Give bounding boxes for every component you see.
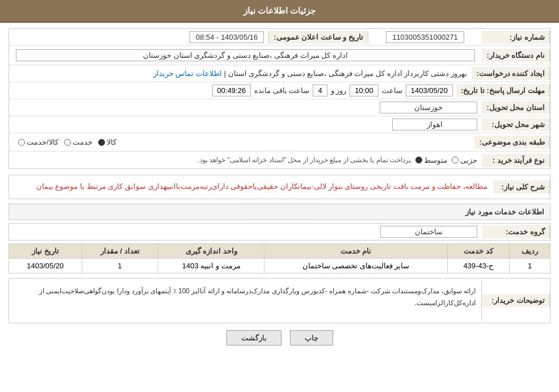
city-box: اهواز [392,119,477,130]
process-motavaset-item[interactable]: متوسط [415,156,447,165]
deadline-time-box: 10:00 [350,85,379,96]
back-button[interactable]: بازگشت [226,330,281,345]
category-khedmat-radio[interactable] [64,139,71,146]
cell-unit: مرمت و انبیه 1403 [158,258,264,273]
services-table-header: ردیف کد خدمت نام خدمت واحد اندازه گیری ت… [9,243,550,258]
creator-text: بهروز دشتی کاربرداز اداره کل میراث فرهنگ… [224,69,468,78]
deadline-days-box: 4 [313,85,327,96]
service-group-value: ساختمان [9,224,482,240]
creator-row: ایجاد کننده درخواست: بهروز دشتی کاربرداز… [9,65,550,82]
process-note: پرداخت تمام یا بخشی از مبلغ خریدار از مح… [198,156,411,164]
process-joozi-item[interactable]: جزیی [452,156,477,165]
category-kala-only-radio[interactable] [98,139,105,146]
description-value: مطالعه، حفاظت و مرمت بافت تاریخی روستای … [9,175,493,199]
description-label: شرح کلی نیاز: [493,180,550,193]
deadline-time-label: ساعت [382,86,402,95]
publish-date-value: 1403/05/16 - 08:54 [9,29,268,45]
buyer-notes-section: توضیحات خریدار: ارائه سوابق، مدارک‌ومستن… [9,278,550,323]
deadline-days-label: روز و [331,86,347,95]
process-motavaset-label: متوسط [424,156,447,165]
category-khedmat-item[interactable]: خدمت [64,138,93,146]
category-kala-radio[interactable] [18,139,25,146]
buyer-org-box: اداره کل میراث فرهنگی ،صنایع دستی و گردش… [16,49,475,61]
countdown-label: ساعت باقی مانده [254,86,309,95]
process-options-group: جزیی متوسط پرداخت تمام یا بخشی از مبلغ خ… [14,156,477,165]
col-unit: واحد اندازه گیری [158,243,264,258]
province-row: استان محل تحویل: خوزستان [9,99,550,116]
description-section: NET شرح کلی نیاز: مطالعه، حفاظت و مرمت ب… [9,175,550,199]
services-section-title: اطلاعات خدمات مورد نیاز [9,204,550,220]
process-joozi-label: جزیی [460,156,477,165]
category-kala-only-item[interactable]: کالا [98,138,116,146]
province-box: خوزستان [380,102,477,113]
city-row: شهر محل تحویل: اهواز [9,116,550,133]
process-joozi-radio[interactable] [452,157,459,163]
cell-date: 1403/05/20 [9,258,82,273]
publish-date-label: تاریخ و ساعت اعلان عمومی: [268,31,368,44]
col-date: تاریخ نیاز [9,243,82,258]
category-radio-group: کالا/خدمت خدمت کالا [14,136,470,149]
buyer-org-label: نام دستگاه خریدار: [482,49,550,62]
process-label: نوع فرآیند خرید : [482,154,550,167]
countdown-box: 00:49:26 [212,85,251,96]
buyer-notes-label: توضیحات خریدار: [482,294,550,307]
cell-code: ج-43-439 [447,258,509,273]
table-row: 1 ج-43-439 سایر فعالیت‌های تخصصی ساختمان… [9,258,550,273]
deadline-fields: 1403/05/20 ساعت 10:00 روز و 4 ساعت باقی … [9,83,456,98]
process-value: جزیی متوسط پرداخت تمام یا بخشی از مبلغ خ… [9,154,482,167]
buyer-notes-value: ارائه سوابق، مدارک‌ومستندات شرکت -شماره … [9,281,482,321]
city-value: اهواز [9,116,482,133]
need-number-value: 1103005351000271 [368,29,482,45]
page-wrapper: جزئیات اطلاعات نیاز شماره نیاز: 11030053… [0,0,559,392]
page-header: جزئیات اطلاعات نیاز [0,0,559,23]
footer-buttons: بازگشت چاپ [9,323,550,352]
col-code: کد خدمت [447,243,509,258]
deadline-date-box: 1403/05/20 [406,85,453,96]
category-row: طبقه بندی موضوعی: کالا/خدمت خدمت کالا [9,133,550,151]
print-button[interactable]: چاپ [290,330,333,345]
category-kala-item[interactable]: کالا/خدمت [18,138,58,146]
province-label: استان محل تحویل: [482,101,550,114]
cell-qty: 1 [82,258,158,273]
category-kala-only-label: کالا [107,138,116,146]
services-table-body: 1 ج-43-439 سایر فعالیت‌های تخصصی ساختمان… [9,258,550,273]
services-section: اطلاعات خدمات مورد نیاز گروه خدمت: ساختم… [9,204,550,273]
services-header-row: ردیف کد خدمت نام خدمت واحد اندازه گیری ت… [9,243,550,258]
publish-date-box: 1403/05/16 - 08:54 [190,31,264,43]
creator-label: ایجاد کننده درخواست: [472,67,550,80]
page-title: جزئیات اطلاعات نیاز [243,6,316,15]
need-number-box: 1103005351000271 [386,31,464,43]
creator-contact-link[interactable]: اطلاعات تماس خریدار [153,69,222,78]
content-area: شماره نیاز: 1103005351000271 تاریخ و ساع… [0,23,559,358]
service-group-row: گروه خدمت: ساختمان [9,223,550,241]
description-row: شرح کلی نیاز: مطالعه، حفاظت و مرمت بافت … [9,175,550,199]
main-info-section: شماره نیاز: 1103005351000271 تاریخ و ساع… [9,28,550,169]
service-group-box: ساختمان [380,226,477,238]
deadline-label: مهلت ارسال پاسخ: تا تاریخ: [456,84,550,97]
category-khedmat-label: خدمت [73,138,93,146]
city-label: شهر محل تحویل: [482,118,550,131]
process-row: نوع فرآیند خرید : جزیی متوسط پرداخت تمام… [9,151,550,168]
buyer-org-value: اداره کل میراث فرهنگی ،صنایع دستی و گردش… [9,46,482,65]
category-label: طبقه بندی موضوعی: [474,136,550,149]
col-qty: تعداد / مقدار [82,243,158,258]
col-row-num: ردیف [510,243,550,258]
col-name: نام خدمت [264,243,447,258]
need-number-row: شماره نیاز: 1103005351000271 تاریخ و ساع… [9,29,550,46]
category-kala-label: کالا/خدمت [27,138,58,146]
deadline-row: مهلت ارسال پاسخ: تا تاریخ: 1403/05/20 سا… [9,82,550,99]
process-motavaset-radio[interactable] [415,157,422,163]
need-number-label: شماره نیاز: [482,31,550,44]
cell-row-num: 1 [510,258,550,273]
services-table: ردیف کد خدمت نام خدمت واحد اندازه گیری ت… [9,243,550,273]
cell-name: سایر فعالیت‌های تخصصی ساختمان [264,258,447,273]
creator-value: بهروز دشتی کاربرداز اداره کل میراث فرهنگ… [9,67,472,80]
buyer-org-row: نام دستگاه خریدار: اداره کل میراث فرهنگی… [9,46,550,65]
service-group-label: گروه خدمت: [482,225,550,238]
province-value: خوزستان [9,99,482,116]
category-value: کالا/خدمت خدمت کالا [9,133,474,151]
